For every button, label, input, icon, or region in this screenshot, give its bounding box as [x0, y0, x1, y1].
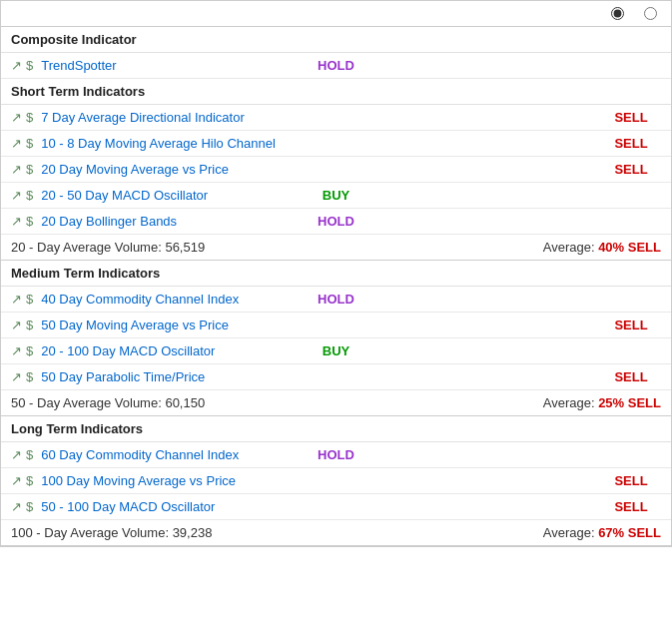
chart-icon[interactable]: ↗: [11, 188, 22, 203]
chart-icon[interactable]: ↗: [11, 136, 22, 151]
signal-badge: SELL: [601, 110, 661, 125]
section-header-composite: Composite Indicator: [1, 27, 671, 53]
signal-badge: SELL: [601, 162, 661, 177]
avg-value: 40% SELL: [598, 240, 661, 255]
avg-label: Average:: [543, 240, 598, 255]
chart-icon[interactable]: ↗: [11, 447, 22, 462]
summary-average: Average: 67% SELL: [543, 525, 661, 540]
section-header-short_term: Short Term Indicators: [1, 79, 671, 105]
indicator-name[interactable]: 50 Day Moving Average vs Price: [41, 318, 601, 332]
strength-option[interactable]: [644, 7, 661, 20]
summary-volume: 50 - Day Average Volume: 60,150: [11, 395, 205, 410]
signal-badge: SELL: [601, 136, 661, 151]
chart-icon[interactable]: ↗: [11, 318, 22, 332]
avg-value: 25% SELL: [598, 395, 661, 410]
chart-icon[interactable]: ↗: [11, 214, 22, 229]
dollar-icon[interactable]: $: [26, 162, 33, 177]
indicator-name[interactable]: TrendSpotter: [41, 58, 601, 73]
indicator-name[interactable]: 20 - 50 Day MACD Oscillator: [41, 188, 601, 203]
indicator-name[interactable]: 40 Day Commodity Channel Index: [41, 292, 601, 307]
indicator-name[interactable]: 20 Day Moving Average vs Price: [41, 162, 601, 177]
signal-badge: SELL: [601, 369, 661, 384]
indicator-panel: Composite Indicator↗$TrendSpotterHOLDSho…: [0, 0, 672, 547]
dollar-icon[interactable]: $: [26, 292, 33, 307]
dollar-icon[interactable]: $: [26, 499, 33, 514]
indicator-row: ↗$20 Day Bollinger BandsHOLD: [1, 209, 671, 235]
indicator-row: ↗$50 Day Parabolic Time/PriceSELL: [1, 364, 671, 390]
indicator-name[interactable]: 20 Day Bollinger Bands: [41, 214, 601, 229]
chart-icon[interactable]: ↗: [11, 58, 22, 73]
indicator-name[interactable]: 50 Day Parabolic Time/Price: [41, 369, 601, 384]
dollar-icon[interactable]: $: [26, 188, 33, 203]
avg-value: 67% SELL: [598, 525, 661, 540]
indicator-row: ↗$7 Day Average Directional IndicatorSEL…: [1, 105, 671, 131]
indicator-name[interactable]: 60 Day Commodity Channel Index: [41, 447, 601, 462]
dollar-icon[interactable]: $: [26, 214, 33, 229]
chart-icon[interactable]: ↗: [11, 110, 22, 125]
indicator-row: ↗$20 Day Moving Average vs PriceSELL: [1, 157, 671, 183]
summary-average: Average: 25% SELL: [543, 395, 661, 410]
dollar-icon[interactable]: $: [26, 318, 33, 332]
chart-icon[interactable]: ↗: [11, 369, 22, 384]
dollar-icon[interactable]: $: [26, 58, 33, 73]
avg-label: Average:: [543, 525, 598, 540]
chart-icon[interactable]: ↗: [11, 343, 22, 358]
indicator-name[interactable]: 100 Day Moving Average vs Price: [41, 473, 601, 488]
view-toggle: [611, 7, 661, 20]
opinion-option[interactable]: [611, 7, 628, 20]
indicator-row: ↗$40 Day Commodity Channel IndexHOLD: [1, 287, 671, 313]
section-header-medium_term: Medium Term Indicators: [1, 261, 671, 287]
chart-icon[interactable]: ↗: [11, 162, 22, 177]
chart-icon[interactable]: ↗: [11, 473, 22, 488]
chart-icon[interactable]: ↗: [11, 292, 22, 307]
indicator-name[interactable]: 10 - 8 Day Moving Average Hilo Channel: [41, 136, 601, 151]
indicator-row: ↗$50 - 100 Day MACD OscillatorSELL: [1, 494, 671, 520]
summary-volume: 20 - Day Average Volume: 56,519: [11, 240, 205, 255]
indicator-name[interactable]: 7 Day Average Directional Indicator: [41, 110, 601, 125]
summary-row-medium_term: 50 - Day Average Volume: 60,150Average: …: [1, 390, 671, 416]
indicator-name[interactable]: 20 - 100 Day MACD Oscillator: [41, 343, 601, 358]
strength-radio[interactable]: [644, 7, 657, 20]
dollar-icon[interactable]: $: [26, 473, 33, 488]
indicator-name[interactable]: 50 - 100 Day MACD Oscillator: [41, 499, 601, 514]
chart-icon[interactable]: ↗: [11, 499, 22, 514]
summary-row-short_term: 20 - Day Average Volume: 56,519Average: …: [1, 235, 671, 261]
indicator-row: ↗$20 - 100 Day MACD OscillatorBUY: [1, 338, 671, 364]
header-row: [1, 1, 671, 27]
summary-volume: 100 - Day Average Volume: 39,238: [11, 525, 212, 540]
indicator-row: ↗$50 Day Moving Average vs PriceSELL: [1, 313, 671, 338]
indicator-row: ↗$TrendSpotterHOLD: [1, 53, 671, 79]
signal-badge: SELL: [601, 473, 661, 488]
dollar-icon[interactable]: $: [26, 343, 33, 358]
summary-average: Average: 40% SELL: [543, 240, 661, 255]
indicator-row: ↗$10 - 8 Day Moving Average Hilo Channel…: [1, 131, 671, 157]
dollar-icon[interactable]: $: [26, 369, 33, 384]
sections-container: Composite Indicator↗$TrendSpotterHOLDSho…: [1, 27, 671, 546]
dollar-icon[interactable]: $: [26, 136, 33, 151]
indicator-row: ↗$60 Day Commodity Channel IndexHOLD: [1, 442, 671, 468]
signal-badge: SELL: [601, 318, 661, 332]
signal-badge: SELL: [601, 499, 661, 514]
indicator-row: ↗$20 - 50 Day MACD OscillatorBUY: [1, 183, 671, 209]
dollar-icon[interactable]: $: [26, 110, 33, 125]
section-header-long_term: Long Term Indicators: [1, 416, 671, 442]
opinion-radio[interactable]: [611, 7, 624, 20]
avg-label: Average:: [543, 395, 598, 410]
indicator-row: ↗$100 Day Moving Average vs PriceSELL: [1, 468, 671, 494]
summary-row-long_term: 100 - Day Average Volume: 39,238Average:…: [1, 520, 671, 546]
dollar-icon[interactable]: $: [26, 447, 33, 462]
